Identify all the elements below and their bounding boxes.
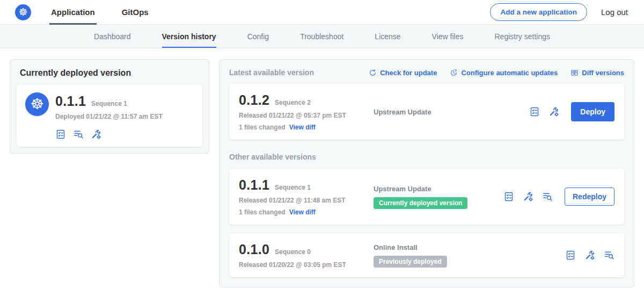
- edit-config-icon: [91, 129, 101, 140]
- deploy-logs-button[interactable]: [542, 191, 553, 202]
- release-notes-icon: [529, 106, 540, 117]
- currently-deployed-badge: Currently deployed version: [374, 197, 467, 209]
- edit-config-button[interactable]: [548, 106, 559, 117]
- release-notes-button[interactable]: [55, 129, 66, 140]
- tab-application[interactable]: Application: [49, 0, 97, 25]
- top-nav: Application GitOps: [49, 0, 174, 25]
- version-row-0-1-0: 0.1.0 Sequence 0 Released 01/20/22 @ 03:…: [229, 233, 624, 277]
- topbar-right: Add a new application Log out: [490, 3, 628, 21]
- main-content: Currently deployed version ☸ 0.1.1 Seque…: [0, 48, 644, 298]
- edit-config-button[interactable]: [91, 129, 101, 140]
- deployed-version-number: 0.1.1: [55, 93, 86, 109]
- release-notes-icon: [565, 250, 576, 261]
- configure-automatic-updates-label: Configure automatic updates: [461, 69, 558, 77]
- previously-deployed-badge: Previously deployed: [374, 256, 447, 268]
- app-subnav: Dashboard Version history Config Trouble…: [0, 25, 644, 48]
- subnav-view-files[interactable]: View files: [432, 25, 464, 48]
- refresh-icon: [369, 69, 377, 77]
- version-source: Upstream Update Currently deployed versi…: [374, 185, 503, 209]
- version-actions: Check for update Configure automatic upd…: [369, 69, 624, 77]
- version-row-actions: [565, 250, 614, 261]
- redeploy-button[interactable]: Redeploy: [565, 187, 614, 206]
- release-notes-icon: [503, 191, 514, 202]
- helm-wheel-icon: ☸: [18, 7, 27, 17]
- release-notes-button[interactable]: [529, 106, 540, 117]
- edit-config-icon: [584, 250, 595, 261]
- version-row-0-1-1: 0.1.1 Sequence 1 Released 01/21/22 @ 11:…: [229, 169, 624, 225]
- deployed-sequence-label: Sequence 1: [91, 100, 127, 107]
- release-notes-button[interactable]: [565, 250, 576, 261]
- subnav-config[interactable]: Config: [247, 25, 269, 48]
- check-for-update-link[interactable]: Check for update: [369, 69, 437, 77]
- sequence-label: Sequence 1: [275, 184, 311, 191]
- schedule-update-icon: [450, 69, 458, 77]
- subnav-registry-settings[interactable]: Registry settings: [495, 25, 550, 48]
- released-timestamp: Released 01/21/22 @ 05:37 pm EST: [239, 112, 374, 119]
- sequence-label: Sequence 0: [275, 248, 311, 256]
- configure-automatic-updates-link[interactable]: Configure automatic updates: [450, 69, 558, 77]
- version-history-panel: Latest available version Check for updat…: [219, 59, 634, 287]
- view-diff-link[interactable]: View diff: [289, 124, 316, 131]
- subnav-dashboard[interactable]: Dashboard: [94, 25, 131, 48]
- currently-deployed-panel: Currently deployed version ☸ 0.1.1 Seque…: [10, 59, 209, 154]
- diff-versions-link[interactable]: Diff versions: [570, 69, 624, 77]
- source-label: Online Install: [374, 243, 560, 251]
- diff-versions-label: Diff versions: [582, 69, 624, 77]
- source-label: Upstream Update: [374, 185, 498, 193]
- other-available-title: Other available versions: [229, 153, 624, 161]
- release-notes-icon: [55, 129, 66, 140]
- deploy-button[interactable]: Deploy: [571, 102, 614, 121]
- kubernetes-logo: ☸: [15, 4, 31, 20]
- diff-versions-icon: [570, 69, 579, 77]
- version-row-actions: Deploy: [529, 102, 614, 121]
- latest-available-title: Latest available version: [229, 68, 314, 77]
- version-source: Online Install Previously deployed: [374, 243, 565, 268]
- version-number: 0.1.2: [239, 92, 269, 108]
- edit-config-icon: [523, 191, 533, 202]
- deployed-action-icons: [55, 129, 163, 140]
- deployed-version-info: 0.1.1 Sequence 1 Deployed 01/21/22 @ 11:…: [55, 92, 163, 140]
- deployed-timestamp: Deployed 01/21/22 @ 11:57 am EST: [55, 113, 163, 120]
- logout-button[interactable]: Log out: [601, 8, 628, 17]
- helm-wheel-icon: ☸: [30, 97, 43, 112]
- deploy-logs-icon: [542, 191, 553, 202]
- deploy-logs-button[interactable]: [604, 250, 614, 261]
- check-for-update-label: Check for update: [380, 69, 437, 77]
- sequence-label: Sequence 2: [275, 99, 311, 106]
- version-info: 0.1.1 Sequence 1 Released 01/21/22 @ 11:…: [239, 177, 374, 216]
- version-source: Upstream Update: [374, 108, 529, 116]
- subnav-license[interactable]: License: [375, 25, 400, 48]
- deploy-logs-icon: [73, 129, 84, 140]
- version-history-header: Latest available version Check for updat…: [229, 68, 624, 77]
- version-info: 0.1.2 Sequence 2 Released 01/21/22 @ 05:…: [239, 92, 374, 131]
- subnav-version-history[interactable]: Version history: [162, 25, 216, 48]
- released-timestamp: Released 01/20/22 @ 03:05 pm EST: [239, 261, 374, 269]
- version-row-actions: Redeploy: [503, 187, 614, 206]
- deploy-logs-button[interactable]: [73, 129, 84, 140]
- deployed-version-card: ☸ 0.1.1 Sequence 1 Deployed 01/21/22 @ 1…: [17, 84, 202, 147]
- app-icon: ☸: [25, 92, 49, 116]
- edit-config-button[interactable]: [584, 250, 595, 261]
- subnav-troubleshoot[interactable]: Troubleshoot: [300, 25, 343, 48]
- files-changed-label: 1 files changed: [239, 124, 286, 131]
- currently-deployed-title: Currently deployed version: [17, 68, 202, 84]
- version-number: 0.1.0: [239, 242, 269, 257]
- source-label: Upstream Update: [374, 108, 524, 116]
- files-changed-label: 1 files changed: [239, 208, 286, 216]
- view-diff-link[interactable]: View diff: [289, 208, 316, 216]
- tab-gitops[interactable]: GitOps: [120, 0, 150, 25]
- edit-config-button[interactable]: [523, 191, 533, 202]
- add-application-button[interactable]: Add a new application: [490, 3, 587, 21]
- release-notes-button[interactable]: [503, 191, 514, 202]
- top-bar: ☸ Application GitOps Add a new applicati…: [0, 0, 644, 25]
- edit-config-icon: [548, 106, 559, 117]
- deploy-logs-icon: [604, 250, 614, 261]
- released-timestamp: Released 01/21/22 @ 11:48 am EST: [239, 197, 374, 204]
- version-row-0-1-2: 0.1.2 Sequence 2 Released 01/21/22 @ 05:…: [229, 84, 624, 140]
- version-number: 0.1.1: [239, 177, 269, 193]
- version-info: 0.1.0 Sequence 0 Released 01/20/22 @ 03:…: [239, 242, 374, 269]
